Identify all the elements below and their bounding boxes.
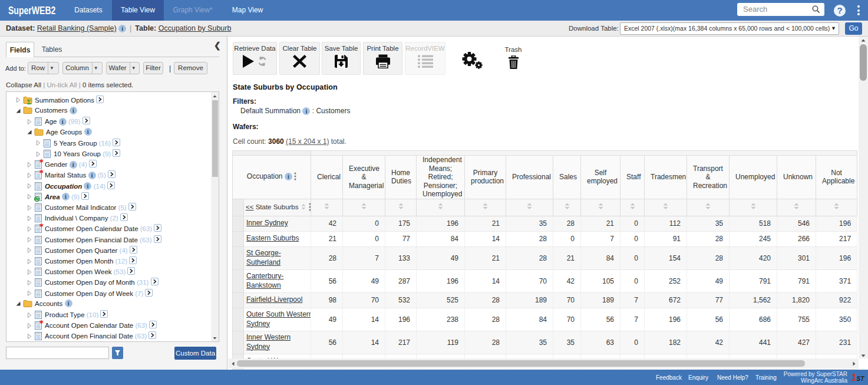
- svg-text:Σ: Σ: [27, 97, 32, 104]
